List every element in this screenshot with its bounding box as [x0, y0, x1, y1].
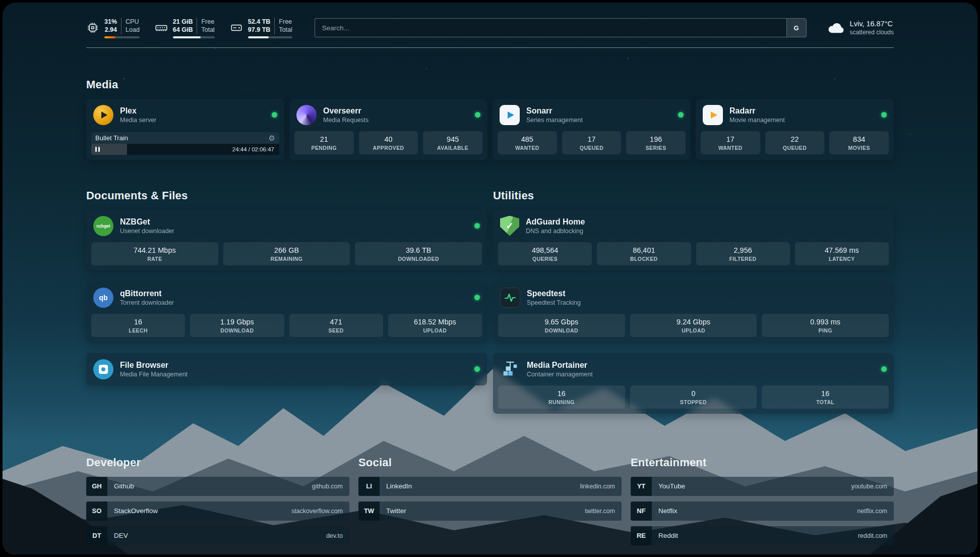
weather-location: Lviv, 16.87°C [850, 20, 894, 28]
cpu-load-label: Load [126, 26, 140, 34]
bookmark-github[interactable]: GH Github github.com [86, 477, 349, 496]
search-engine-button[interactable]: G [786, 18, 807, 37]
stat-latency: 47.569 msLATENCY [795, 242, 889, 265]
stat-downloaded: 39.6 TBDOWNLOADED [355, 242, 482, 265]
app-name: NZBGet [120, 217, 174, 227]
section-title-entertainment: Entertainment [631, 456, 894, 469]
app-card-filebrowser[interactable]: File Browser Media File Management [86, 353, 487, 385]
bookmark-url: reddit.com [858, 532, 894, 539]
app-name: Speedtest [527, 289, 581, 298]
status-dot [474, 366, 480, 372]
section-title-utilities: Utilities [493, 189, 894, 202]
bookmark-reddit[interactable]: RE Reddit reddit.com [631, 526, 894, 545]
bookmark-name: DEV [114, 532, 128, 539]
bookmark-youtube[interactable]: YT YouTube youtube.com [631, 477, 894, 496]
app-subtitle: DNS and adblocking [526, 228, 585, 235]
app-card-sonarr[interactable]: Sonarr Series management 485WANTED 17QUE… [493, 99, 691, 160]
cpu-label: CPU [126, 18, 140, 26]
bookmark-stackoverflow[interactable]: SO StackOverflow stackoverflow.com [86, 502, 349, 521]
portainer-crane-icon [500, 359, 520, 379]
stat-ping: 0.993 msPING [762, 314, 889, 337]
app-name: AdGuard Home [526, 217, 585, 227]
bookmark-abbr: SO [86, 502, 107, 521]
ram-icon [155, 21, 168, 34]
bookmark-abbr: DT [86, 526, 107, 545]
bookmark-abbr: RE [631, 526, 652, 545]
bookmark-name: Twitter [386, 507, 406, 515]
radarr-icon [703, 105, 723, 125]
stat-wanted: 17WANTED [701, 131, 760, 154]
section-title-media: Media [86, 78, 894, 91]
section-entertainment: Entertainment YT YouTube youtube.com NF … [631, 456, 894, 551]
app-subtitle: Media server [120, 117, 156, 124]
app-subtitle: Torrent downloader [120, 299, 174, 306]
overseerr-icon [296, 105, 317, 125]
app-card-nzbget[interactable]: nzbget NZBGet Usenet downloader 744.21 M… [86, 210, 487, 270]
app-subtitle: Container management [527, 371, 593, 378]
app-card-portainer[interactable]: Media Portainer Container management 16R… [493, 353, 894, 414]
stat-available: 945AVAILABLE [423, 131, 482, 154]
disk-free-value: 52.4 TB [248, 18, 270, 26]
bookmark-abbr: GH [86, 477, 107, 496]
bookmark-netflix[interactable]: NF Netflix netflix.com [631, 502, 894, 521]
cpu-chip-icon [86, 21, 99, 34]
dashboard-screen: 31% 2.94 CPU Load [3, 3, 977, 554]
bookmark-name: Reddit [658, 532, 678, 539]
app-card-plex[interactable]: Plex Media server Bullet Train ⚙ 24:44 [86, 99, 284, 160]
stat-queued: 22QUEUED [765, 131, 825, 154]
ram-progress-bar [173, 36, 215, 38]
settings-gear-icon[interactable]: ⚙ [269, 134, 275, 142]
status-dot [881, 366, 887, 372]
cloud-icon [827, 21, 845, 35]
cpu-percent: 31% [104, 18, 117, 26]
app-name: Sonarr [526, 106, 583, 116]
app-card-adguard[interactable]: ✓ AdGuard Home DNS and adblocking 498,56… [493, 210, 894, 270]
now-playing-title: Bullet Train [95, 134, 128, 142]
cpu-load-value: 2.94 [104, 26, 117, 34]
pause-icon[interactable] [95, 147, 97, 152]
bookmark-name: LinkedIn [386, 482, 412, 490]
app-name: Plex [120, 106, 156, 116]
bookmark-linkedin[interactable]: LI LinkedIn linkedin.com [358, 477, 622, 496]
app-card-overseerr[interactable]: Overseerr Media Requests 21PENDING 40APP… [289, 99, 487, 160]
app-subtitle: Speedtest Tracking [527, 299, 581, 306]
bookmark-twitter[interactable]: TW Twitter twitter.com [358, 502, 622, 521]
app-card-radarr[interactable]: Radarr Movie management 17WANTED 22QUEUE… [696, 99, 894, 160]
disk-icon [230, 21, 243, 34]
app-name: qBittorrent [120, 289, 174, 298]
topbar: 31% 2.94 CPU Load [86, 18, 894, 38]
disk-total-value: 97.9 TB [248, 26, 270, 34]
app-card-speedtest[interactable]: Speedtest Speedtest Tracking 9.65 GbpsDO… [493, 282, 894, 342]
playback-progress-bar[interactable]: 24:44 / 02:06:47 [91, 144, 279, 155]
bookmark-url: netflix.com [857, 508, 894, 515]
sonarr-icon [500, 105, 520, 125]
system-metrics: 31% 2.94 CPU Load [86, 18, 292, 38]
bookmark-abbr: TW [358, 502, 380, 521]
stat-queued: 17QUEUED [562, 131, 622, 154]
section-title-developer: Developer [86, 456, 349, 469]
disk-total-label: Total [279, 26, 292, 34]
ram-total-label: Total [201, 26, 214, 34]
stat-queries: 498,564QUERIES [498, 242, 592, 265]
status-dot [678, 112, 684, 118]
stat-remaining: 266 GBREMAINING [223, 242, 350, 265]
app-card-qbittorrent[interactable]: qb qBittorrent Torrent downloader 16LEEC… [86, 282, 487, 342]
section-title-documents: Documents & Files [86, 189, 487, 202]
bookmark-dev[interactable]: DT DEV dev.to [86, 526, 349, 545]
header-divider [86, 47, 894, 48]
search-input[interactable] [315, 18, 786, 37]
disk-metric: 52.4 TB 97.9 TB Free Total [230, 18, 292, 38]
app-subtitle: Media File Management [120, 371, 188, 378]
bookmark-abbr: LI [358, 477, 380, 496]
status-dot [475, 112, 480, 118]
section-developer: Developer GH Github github.com SO StackO… [86, 456, 349, 551]
bookmark-name: Netflix [658, 507, 678, 515]
status-dot [881, 112, 887, 118]
stat-upload: 9.24 GbpsUPLOAD [630, 314, 757, 337]
stat-wanted: 485WANTED [498, 131, 557, 154]
status-dot [474, 223, 480, 229]
stat-approved: 40APPROVED [359, 131, 418, 154]
stars-decoration [3, 3, 4, 4]
stat-total: 16TOTAL [762, 385, 889, 409]
nzbget-icon: nzbget [93, 216, 113, 236]
